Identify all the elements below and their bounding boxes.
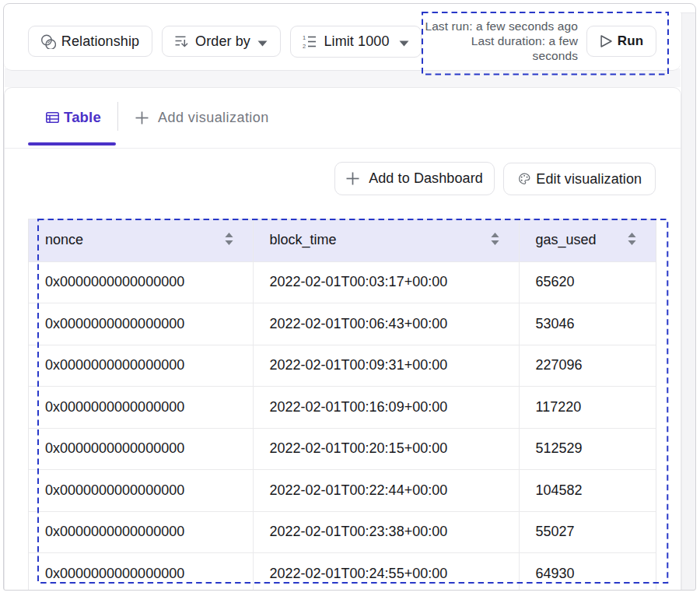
svg-text:1: 1 [303,35,306,41]
svg-text:2: 2 [303,43,306,49]
